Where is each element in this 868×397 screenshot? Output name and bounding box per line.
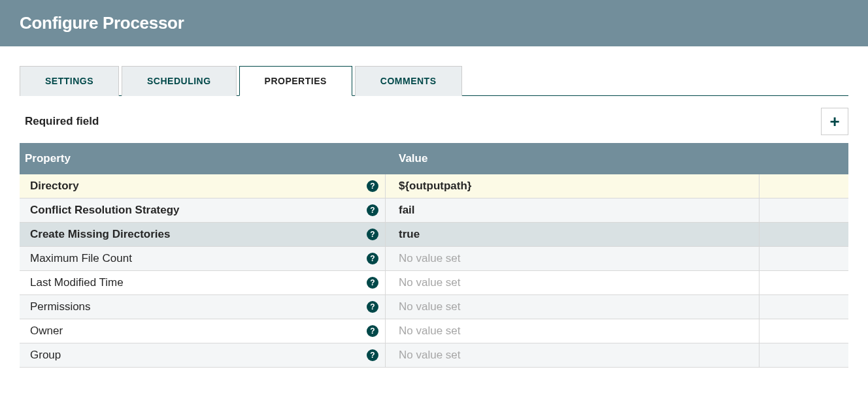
value-cell[interactable]: fail <box>386 198 760 222</box>
value-cell[interactable]: No value set <box>386 295 760 319</box>
actions-cell <box>760 295 848 319</box>
help-icon[interactable]: ? <box>367 277 378 289</box>
property-name: Group <box>30 349 61 362</box>
help-icon[interactable]: ? <box>367 180 378 192</box>
property-name: Last Modified Time <box>30 276 124 289</box>
dialog-content: SETTINGS SCHEDULING PROPERTIES COMMENTS … <box>0 46 868 368</box>
value-cell[interactable]: true <box>386 223 760 246</box>
dialog-title: Configure Processor <box>20 13 848 33</box>
table-row[interactable]: Create Missing Directories?true <box>20 223 848 247</box>
property-name: Owner <box>30 325 63 338</box>
help-icon[interactable]: ? <box>367 301 378 313</box>
table-body: Directory?${outputpath}Conflict Resoluti… <box>20 174 848 368</box>
help-icon[interactable]: ? <box>367 253 378 264</box>
table-header: Property Value <box>20 143 848 174</box>
value-cell[interactable]: No value set <box>386 319 760 343</box>
help-icon[interactable]: ? <box>367 204 378 216</box>
col-header-actions <box>760 143 848 174</box>
section-header: Required field + <box>20 96 848 143</box>
value-cell[interactable]: No value set <box>386 247 760 270</box>
property-name: Directory <box>30 180 79 193</box>
dialog-header: Configure Processor <box>0 0 868 46</box>
actions-cell <box>760 223 848 246</box>
property-name: Maximum File Count <box>30 252 132 265</box>
plus-icon: + <box>829 112 839 132</box>
actions-cell <box>760 319 848 343</box>
table-row[interactable]: Maximum File Count?No value set <box>20 247 848 271</box>
help-icon[interactable]: ? <box>367 325 378 337</box>
value-cell[interactable]: No value set <box>386 343 760 367</box>
table-row[interactable]: Last Modified Time?No value set <box>20 271 848 295</box>
property-name: Permissions <box>30 300 91 313</box>
table-row[interactable]: Permissions?No value set <box>20 295 848 319</box>
table-row[interactable]: Conflict Resolution Strategy?fail <box>20 198 848 223</box>
table-row[interactable]: Directory?${outputpath} <box>20 174 848 198</box>
value-cell[interactable]: ${outputpath} <box>386 174 760 198</box>
actions-cell <box>760 343 848 367</box>
property-cell: Maximum File Count? <box>20 247 386 270</box>
help-icon[interactable]: ? <box>367 229 378 240</box>
property-cell: Group? <box>20 343 386 367</box>
add-property-button[interactable]: + <box>821 108 848 135</box>
property-cell: Conflict Resolution Strategy? <box>20 198 386 222</box>
actions-cell <box>760 174 848 198</box>
tab-properties[interactable]: PROPERTIES <box>239 66 352 96</box>
tab-bar: SETTINGS SCHEDULING PROPERTIES COMMENTS <box>20 66 848 96</box>
property-cell: Permissions? <box>20 295 386 319</box>
property-cell: Directory? <box>20 174 386 198</box>
table-row[interactable]: Owner?No value set <box>20 319 848 343</box>
property-cell: Owner? <box>20 319 386 343</box>
value-cell[interactable]: No value set <box>386 271 760 294</box>
actions-cell <box>760 271 848 294</box>
actions-cell <box>760 247 848 270</box>
actions-cell <box>760 198 848 222</box>
help-icon[interactable]: ? <box>367 349 378 361</box>
required-field-label: Required field <box>25 115 99 128</box>
tab-settings[interactable]: SETTINGS <box>20 66 119 96</box>
tab-comments[interactable]: COMMENTS <box>355 66 462 96</box>
col-header-value: Value <box>386 143 760 174</box>
property-cell: Create Missing Directories? <box>20 223 386 246</box>
property-name: Create Missing Directories <box>30 228 170 241</box>
table-row[interactable]: Group?No value set <box>20 343 848 368</box>
property-cell: Last Modified Time? <box>20 271 386 294</box>
property-name: Conflict Resolution Strategy <box>30 204 180 217</box>
col-header-property: Property <box>20 143 386 174</box>
tab-scheduling[interactable]: SCHEDULING <box>122 66 237 96</box>
